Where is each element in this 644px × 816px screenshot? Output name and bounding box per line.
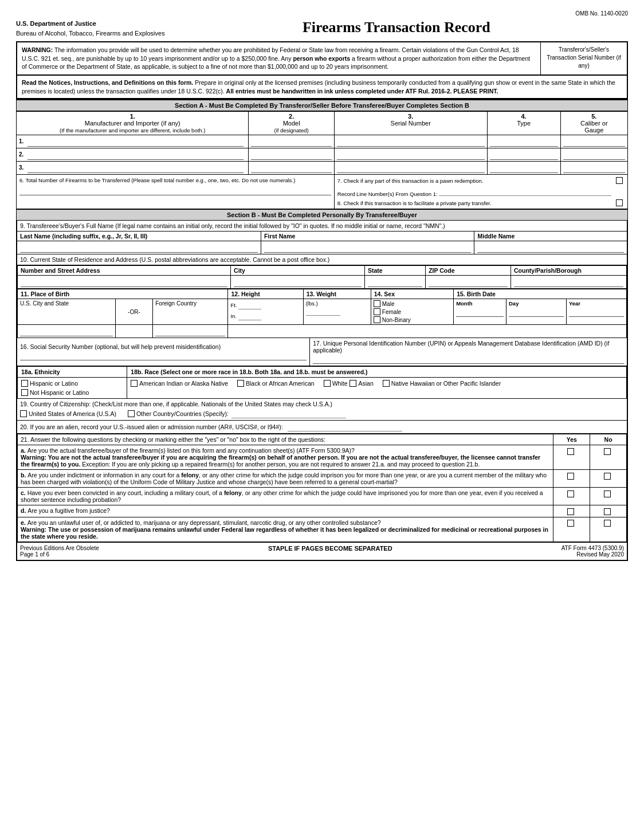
row3-manufacturer-input[interactable] [28, 163, 243, 173]
q7-checkbox[interactable] [616, 177, 623, 184]
foreign-country-input[interactable] [155, 326, 225, 336]
q21e-no-checkbox[interactable] [604, 520, 611, 527]
height-in-input[interactable] [238, 311, 261, 320]
alien-number-input[interactable] [288, 422, 402, 431]
transferor-serial: Transferor's/Seller's Transaction Serial… [541, 42, 627, 74]
col1-header: 1. Manufacturer and Importer (if any) (I… [17, 112, 249, 135]
q6-input[interactable] [19, 185, 331, 195]
street-input[interactable] [21, 277, 227, 287]
pacific-islander-checkbox[interactable] [383, 380, 390, 387]
name-input-row [17, 241, 627, 254]
q21d-row: d. Are you a fugitive from justice? [18, 505, 627, 517]
asian-checkbox[interactable] [350, 380, 356, 387]
footer-center: STAPLE IF PAGES BECOME SEPARATED [268, 545, 392, 558]
q21d-yes-checkbox[interactable] [567, 508, 574, 515]
page-footer: Previous Editions Are Obsolete Page 1 of… [16, 542, 628, 561]
birth-month-cell: Month [454, 299, 506, 325]
row3-model-input[interactable] [251, 163, 331, 173]
read-notice: Read the Notices, Instructions, and Defi… [16, 76, 628, 99]
white-checkbox[interactable] [324, 380, 331, 387]
q18a-label: 18a. Ethnicity [18, 367, 127, 378]
q19-label: 19. Country of Citizenship: (Check/List … [20, 401, 624, 407]
q8-checkbox[interactable] [616, 199, 623, 206]
row3-type-input[interactable] [490, 163, 558, 173]
q21b-yes-checkbox[interactable] [567, 473, 574, 480]
american-indian-checkbox[interactable] [131, 380, 138, 387]
section-a-header: Section A - Must Be Completed By Transfe… [16, 99, 628, 111]
row1-model-input[interactable] [251, 136, 331, 147]
height-ft-input[interactable] [238, 300, 261, 309]
row2-caliber-input[interactable] [563, 150, 625, 160]
q21e-yes-checkbox[interactable] [567, 520, 574, 527]
middle-name-input-cell [474, 241, 627, 254]
height-cell: Ft. In. [228, 299, 303, 325]
q21-header-row: 21. Answer the following questions by ch… [18, 434, 627, 445]
other-country-input[interactable] [231, 409, 346, 418]
address-header-row: Number and Street Address City State ZIP… [18, 266, 627, 276]
q7-q8-cell: 7. Check if any part of this transaction… [334, 175, 627, 209]
birth-year-input[interactable] [569, 307, 624, 317]
q21c-no-checkbox[interactable] [604, 491, 611, 497]
q21c-yes-cell [553, 488, 590, 505]
black-checkbox[interactable] [237, 380, 244, 387]
q7-sub: Record Line Number(s) From Question 1: [337, 186, 625, 197]
section-a-col-headers: 1. Manufacturer and Importer (if any) (I… [17, 112, 628, 135]
row2-type-input[interactable] [490, 150, 558, 160]
row3-serial-input[interactable] [337, 163, 485, 173]
upin-input[interactable] [313, 354, 624, 364]
city-input[interactable] [234, 277, 362, 287]
birth-header-row: 11. Place of Birth 12. Height 13. Weight… [18, 289, 627, 299]
q21b-no-checkbox[interactable] [604, 473, 611, 480]
footer-right: ATF Form 4473 (5300.9) Revised May 2020 [561, 545, 624, 558]
warning-body: The information you provide will be used… [22, 46, 530, 70]
row2-manufacturer-input[interactable] [28, 150, 243, 160]
other-country-checkbox[interactable] [128, 410, 135, 417]
q21a-yes-checkbox[interactable] [567, 448, 574, 455]
page-title: Firearms Transaction Record [165, 19, 628, 36]
usa-citizenship-checkbox[interactable] [20, 410, 27, 417]
row1-manufacturer-input[interactable] [28, 136, 243, 147]
nonbinary-checkbox[interactable] [374, 316, 380, 323]
birth-month-input[interactable] [456, 307, 504, 317]
row2-serial-input[interactable] [337, 150, 485, 160]
hispanic-label: Hispanic or Latino [30, 380, 78, 387]
asian-label: Asian [358, 380, 373, 387]
q21e-no-cell [590, 517, 627, 542]
row1-type-input[interactable] [490, 136, 558, 147]
non-hispanic-checkbox[interactable] [21, 389, 28, 396]
hispanic-checkbox[interactable] [21, 380, 28, 387]
us-city-input[interactable] [20, 326, 113, 336]
q21c-yes-checkbox[interactable] [567, 491, 574, 497]
ssn-input[interactable] [20, 350, 307, 360]
female-checkbox[interactable] [374, 308, 380, 315]
pacific-islander-label: Native Hawaiian or Other Pacific Islande… [391, 380, 501, 387]
name-header-row: Last Name (including suffix, e.g., Jr, S… [17, 232, 627, 241]
state-input[interactable] [368, 277, 422, 287]
q21d-no-checkbox[interactable] [604, 508, 611, 515]
q6-label: 6. Total Number of Firearms to be Transf… [19, 177, 331, 183]
state-label: State [364, 266, 425, 276]
county-input[interactable] [514, 277, 623, 287]
usa-citizenship-label: United States of America (U.S.A) [29, 410, 116, 417]
male-checkbox[interactable] [374, 300, 380, 307]
section-b: 9. Transfereee's/Buyer's Full Name (If l… [16, 221, 628, 542]
row1-manufacturer: 1. [17, 135, 249, 148]
middle-name-input[interactable] [477, 242, 624, 253]
q6-cell: 6. Total Number of Firearms to be Transf… [17, 175, 335, 209]
row1-serial-input[interactable] [337, 136, 485, 147]
middle-name-label: Middle Name [474, 232, 627, 241]
city-input-cell [231, 276, 365, 289]
row3-caliber-input[interactable] [563, 163, 625, 173]
last-name-input[interactable] [20, 242, 258, 253]
row2-model-input[interactable] [251, 150, 331, 160]
first-name-input[interactable] [264, 242, 471, 253]
row1-model [249, 135, 334, 148]
ethnicity-options-cell: Hispanic or Latino Not Hispanic or Latin… [18, 378, 127, 399]
row3-caliber [560, 162, 627, 175]
q21a-no-checkbox[interactable] [604, 448, 611, 455]
row1-caliber-input[interactable] [563, 136, 625, 147]
zip-input[interactable] [429, 277, 508, 287]
weight-input[interactable] [306, 307, 340, 316]
birth-day-input[interactable] [509, 307, 564, 317]
female-label: Female [382, 309, 401, 315]
